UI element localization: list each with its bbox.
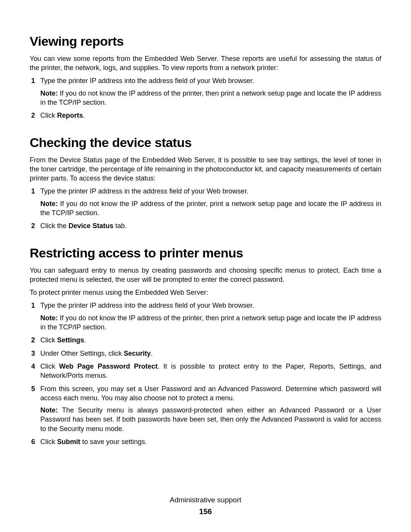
step-text: From this screen, you may set a User Pas… — [40, 385, 381, 402]
step-note: Note: The Security menu is always passwo… — [40, 406, 381, 433]
step-note: Note: If you do not know the IP address … — [40, 89, 381, 107]
section-intro: From the Device Status page of the Embed… — [30, 155, 381, 183]
page-footer: Administrative support 156 — [0, 495, 411, 517]
step-2: Click Reports. — [30, 111, 381, 120]
steps-list: Type the printer IP address into the add… — [30, 76, 381, 120]
step-text-after: tab. — [113, 222, 127, 230]
step-3: Under Other Settings, click Security. — [30, 349, 381, 358]
step-text-before: Click — [40, 112, 57, 119]
steps-list: Type the printer IP address into the add… — [30, 301, 381, 446]
step-text-before: Click the — [40, 222, 68, 230]
step-text-after: to save your settings. — [80, 438, 147, 446]
step-4: Click Web Page Password Protect. It is p… — [30, 362, 381, 380]
section-title: Restricting access to printer menus — [30, 244, 381, 262]
steps-list: Type the printer IP address in the addre… — [30, 187, 381, 230]
note-label: Note: — [40, 89, 60, 97]
step-1: Type the printer IP address into the add… — [30, 76, 381, 107]
note-text: If you do not know the IP address of the… — [40, 89, 381, 106]
step-2: Click the Device Status tab. — [30, 221, 381, 230]
step-text-bold: Submit — [57, 438, 80, 446]
step-text-bold: Web Page Password Protect — [59, 363, 158, 370]
step-text-bold: Device Status — [68, 222, 113, 230]
note-text: If you do not know the IP address of the… — [40, 200, 381, 217]
section-intro: You can safeguard entry to menus by crea… — [30, 266, 381, 284]
footer-chapter: Administrative support — [0, 495, 411, 505]
footer-page-number: 156 — [0, 506, 411, 517]
step-text: Type the printer IP address in the addre… — [40, 187, 249, 195]
section-title: Viewing reports — [30, 33, 381, 50]
step-text-bold: Security — [124, 350, 151, 357]
step-note: Note: If you do not know the IP address … — [40, 313, 381, 332]
step-6: Click Submit to save your settings. — [30, 437, 381, 446]
note-text: If you do not know the IP address of the… — [40, 314, 381, 331]
step-1: Type the printer IP address into the add… — [30, 301, 381, 332]
step-2: Click Settings. — [30, 335, 381, 345]
step-text: Type the printer IP address into the add… — [40, 77, 254, 85]
step-text: Type the printer IP address into the add… — [40, 302, 254, 309]
step-text-before: Click — [40, 438, 57, 446]
step-5: From this screen, you may set a User Pas… — [30, 384, 381, 433]
step-text-after: . — [151, 350, 153, 357]
section-title: Checking the device status — [30, 134, 381, 152]
step-text-after: . — [84, 336, 86, 344]
section-intro-2: To protect printer menus using the Embed… — [30, 288, 381, 297]
page: Viewing reports You can view some report… — [0, 0, 411, 532]
step-text-before: Under Other Settings, click — [40, 350, 124, 357]
step-note: Note: If you do not know the IP address … — [40, 199, 381, 218]
section-intro: You can view some reports from the Embed… — [30, 54, 381, 73]
step-text-before: Click — [40, 336, 57, 344]
step-1: Type the printer IP address in the addre… — [30, 187, 381, 217]
step-text-bold: Reports — [57, 112, 83, 119]
note-label: Note: — [40, 314, 60, 322]
note-label: Note: — [40, 406, 62, 414]
step-text-after: . — [83, 112, 85, 119]
note-label: Note: — [40, 200, 60, 208]
step-text-before: Click — [40, 363, 59, 370]
section-checking-device-status: Checking the device status From the Devi… — [30, 134, 381, 231]
section-restricting-access: Restricting access to printer menus You … — [30, 244, 381, 447]
note-text: The Security menu is always password-pro… — [40, 406, 381, 433]
section-viewing-reports: Viewing reports You can view some report… — [30, 33, 381, 120]
step-text-bold: Settings — [57, 336, 84, 344]
